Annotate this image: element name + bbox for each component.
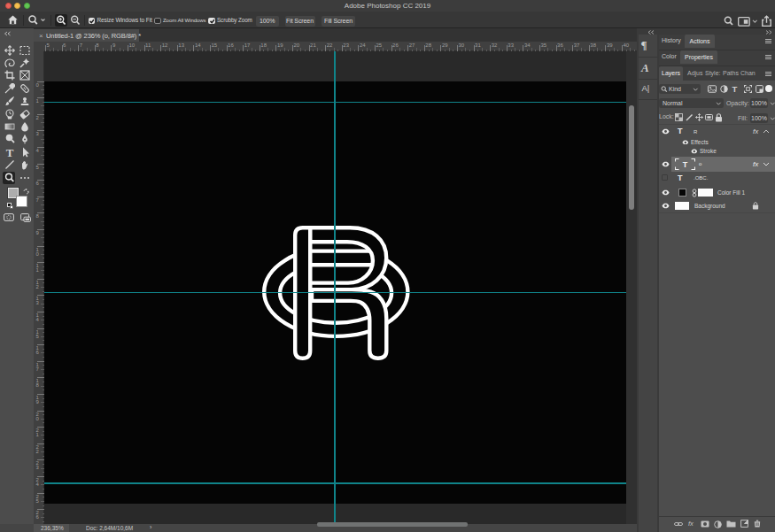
svg-text:T: T — [682, 160, 687, 169]
svg-text:T: T — [5, 147, 13, 158]
